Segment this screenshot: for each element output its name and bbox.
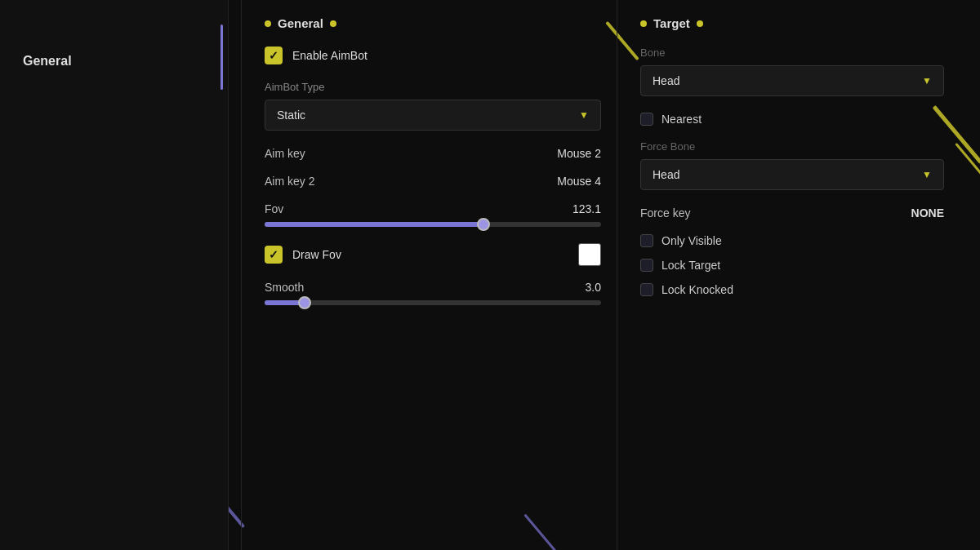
general-section-header: General — [265, 16, 601, 30]
nearest-row: Nearest — [640, 113, 944, 126]
enable-aimbot-checkbox[interactable]: ✓ — [265, 47, 283, 64]
bone-dropdown[interactable]: Head ▼ — [640, 65, 944, 96]
aim-key-label: Aim key — [265, 147, 305, 160]
lock-knocked-row: Lock Knocked — [640, 283, 944, 296]
smooth-container: Smooth 3.0 — [265, 281, 601, 305]
draw-fov-color-picker[interactable] — [578, 243, 601, 266]
draw-fov-label: Draw Fov — [292, 248, 341, 261]
only-visible-row: Only Visible — [640, 234, 944, 247]
lock-target-row: Lock Target — [640, 259, 944, 272]
fov-slider-track[interactable] — [265, 222, 601, 227]
aimbot-type-dropdown[interactable]: Static ▼ — [265, 100, 601, 131]
smooth-value: 3.0 — [586, 281, 601, 294]
bone-dropdown-arrow-icon: ▼ — [922, 75, 932, 86]
target-dot-right — [697, 20, 703, 27]
force-key-row: Force key NONE — [640, 206, 944, 220]
aim-key2-value[interactable]: Mouse 4 — [557, 175, 601, 188]
smooth-row: Smooth 3.0 — [265, 281, 601, 294]
fov-value: 123.1 — [572, 202, 601, 215]
aimbot-type-value: Static — [277, 109, 305, 122]
smooth-label: Smooth — [265, 281, 304, 294]
fov-slider-fill — [265, 222, 483, 227]
sidebar: General — [0, 0, 229, 550]
smooth-slider-track[interactable] — [265, 300, 601, 305]
sidebar-divider — [220, 24, 223, 90]
force-bone-value: Head — [653, 168, 679, 181]
enable-aimbot-label: Enable AimBot — [292, 49, 368, 62]
aim-key2-label: Aim key 2 — [265, 175, 314, 188]
section-dot-left — [265, 20, 271, 27]
lock-knocked-checkbox[interactable] — [640, 283, 653, 296]
section-dot-right — [330, 20, 336, 27]
aim-key-row: Aim key Mouse 2 — [265, 147, 601, 160]
fov-slider-thumb[interactable] — [477, 218, 490, 231]
fov-label: Fov — [265, 202, 283, 215]
aim-key-value[interactable]: Mouse 2 — [557, 147, 601, 160]
lock-knocked-label: Lock Knocked — [662, 283, 733, 296]
aim-key2-row: Aim key 2 Mouse 4 — [265, 175, 601, 188]
smooth-slider-thumb[interactable] — [298, 296, 311, 309]
general-panel: General ✓ Enable AimBot AimBot Type Stat… — [245, 0, 621, 550]
general-section-title: General — [278, 16, 323, 30]
lock-target-label: Lock Target — [662, 259, 720, 272]
aimbot-type-label: AimBot Type — [265, 81, 601, 93]
target-section-title: Target — [653, 16, 690, 30]
only-visible-checkbox[interactable] — [640, 234, 653, 247]
divider-right — [617, 0, 617, 550]
target-section-header: Target — [640, 16, 944, 30]
bone-label: Bone — [640, 47, 944, 59]
force-key-value[interactable]: NONE — [911, 206, 944, 220]
force-bone-dropdown[interactable]: Head ▼ — [640, 159, 944, 190]
draw-fov-checkbox[interactable]: ✓ — [265, 246, 283, 264]
target-dot-left — [640, 20, 647, 27]
sidebar-item-general[interactable]: General — [0, 41, 228, 82]
force-key-label: Force key — [640, 206, 690, 220]
target-panel: Target Bone Head ▼ Nearest Force Bone He… — [621, 0, 964, 550]
check-icon: ✓ — [269, 49, 278, 62]
force-bone-arrow-icon: ▼ — [922, 169, 932, 180]
enable-aimbot-row: ✓ Enable AimBot — [265, 47, 601, 64]
lock-target-checkbox[interactable] — [640, 259, 653, 272]
divider-left — [241, 0, 242, 550]
nearest-checkbox[interactable] — [640, 113, 653, 126]
force-bone-label: Force Bone — [640, 140, 944, 153]
nearest-label: Nearest — [662, 113, 702, 126]
draw-fov-row: ✓ Draw Fov — [265, 243, 601, 266]
dropdown-arrow-icon: ▼ — [579, 109, 589, 121]
fov-container: Fov 123.1 — [265, 202, 601, 227]
only-visible-label: Only Visible — [662, 234, 722, 247]
fov-row: Fov 123.1 — [265, 202, 601, 215]
draw-fov-check-icon: ✓ — [269, 248, 278, 261]
bone-value: Head — [653, 74, 679, 87]
